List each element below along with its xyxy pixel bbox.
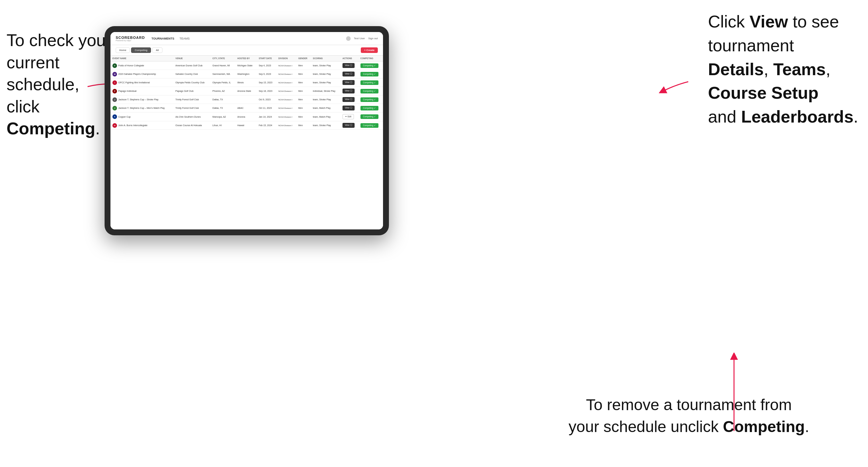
- scoring-cell: team, Stroke Play: [311, 79, 341, 87]
- actions-cell[interactable]: View ⓘ: [341, 87, 359, 95]
- competing-button[interactable]: Competing ✓: [361, 114, 378, 119]
- competing-button[interactable]: Competing ✓: [361, 89, 378, 93]
- division-cell: NCAA Division I: [277, 113, 297, 121]
- scoring-cell: individual, Stroke Play: [311, 87, 341, 95]
- event-name-cell: W 2023 Sahalee Players Championship: [111, 70, 174, 79]
- sign-out-link[interactable]: Sign out: [368, 37, 378, 40]
- competing-cell[interactable]: Competing ✓: [359, 79, 383, 87]
- team-logo: I: [113, 81, 117, 85]
- course-setup-bold: Course Setup: [708, 83, 818, 102]
- table-row: A Copper Cup Ak-Chin Southern DunesMaric…: [111, 113, 383, 121]
- view-button[interactable]: View ⓘ: [342, 105, 354, 111]
- view-button[interactable]: View ⓘ: [342, 80, 354, 85]
- view-button[interactable]: View ⓘ: [342, 89, 354, 93]
- competing-cell[interactable]: Competing ✓: [359, 104, 383, 113]
- competing-button[interactable]: Competing ✓: [361, 72, 378, 76]
- actions-cell[interactable]: View ⓘ: [341, 95, 359, 104]
- competing-button[interactable]: Competing ✓: [361, 97, 378, 102]
- col-venue: VENUE: [174, 56, 211, 61]
- view-button[interactable]: View ⓘ: [342, 71, 354, 76]
- tab-all[interactable]: All: [152, 48, 162, 53]
- competing-button[interactable]: Competing ✓: [361, 63, 378, 68]
- col-gender: GENDER: [297, 56, 311, 61]
- competing-cell[interactable]: Competing ✓: [359, 113, 383, 121]
- event-name-cell: H John A. Burns Intercollegiate: [111, 121, 174, 130]
- competing-cell[interactable]: Competing ✓: [359, 70, 383, 79]
- hosted-by-cell: Illinois: [235, 79, 256, 87]
- gender-cell: Men: [297, 104, 311, 113]
- user-avatar: [346, 36, 351, 41]
- sub-header: Home Competing All + Create: [111, 45, 383, 56]
- tab-home[interactable]: Home: [116, 48, 130, 53]
- scoring-cell: team, Match Play: [311, 104, 341, 113]
- event-name-cell: F Folds of Honor Collegiate: [111, 61, 174, 70]
- hosted-by-cell: Arizona: [235, 113, 256, 121]
- event-name-cell: A Copper Cup: [111, 113, 174, 121]
- gender-cell: Men: [297, 113, 311, 121]
- venue-cell: Sahalee Country Club: [174, 70, 211, 79]
- actions-cell[interactable]: View ⓘ: [341, 121, 359, 130]
- competing-cell[interactable]: Competing ✓: [359, 61, 383, 70]
- city-state-cell: Olympia Fields, IL: [211, 79, 235, 87]
- tablet-frame: SCOREBOARD Powered by clippi TOURNAMENTS…: [104, 26, 389, 235]
- actions-cell[interactable]: View ⓘ: [341, 79, 359, 87]
- view-button[interactable]: View ⓘ: [342, 63, 354, 68]
- gender-cell: Men: [297, 87, 311, 95]
- city-state-cell: Sammamish, WA: [211, 70, 235, 79]
- actions-cell[interactable]: View ⓘ: [341, 104, 359, 113]
- division-cell: NCAA Division I: [277, 79, 297, 87]
- gender-cell: Men: [297, 61, 311, 70]
- competing-button[interactable]: Competing ✓: [361, 123, 378, 128]
- competing-cell[interactable]: Competing ✓: [359, 87, 383, 95]
- nav-teams[interactable]: TEAMS: [179, 37, 190, 40]
- table-row: J Jackson T. Stephens Cup – Stroke Play …: [111, 95, 383, 104]
- table-row: P Papago Individual Papago Golf ClubPhoe…: [111, 87, 383, 95]
- scoreboard-logo: SCOREBOARD Powered by clippi: [116, 36, 145, 41]
- event-name: Jackson T. Stephens Cup – Stroke Play: [118, 98, 158, 101]
- tab-competing[interactable]: Competing: [131, 48, 151, 53]
- competing-button[interactable]: Competing ✓: [361, 81, 378, 85]
- view-button[interactable]: View ⓘ: [342, 123, 354, 128]
- event-name: John A. Burns Intercollegiate: [118, 124, 147, 126]
- city-state-cell: Lihue, HI: [211, 121, 235, 130]
- scoring-cell: team, Match Play: [311, 113, 341, 121]
- city-state-cell: Dallas, TX: [211, 104, 235, 113]
- col-start-date: START DATE: [257, 56, 277, 61]
- create-button[interactable]: + Create: [361, 48, 378, 53]
- hosted-by-cell: Washington: [235, 70, 256, 79]
- edit-button[interactable]: ✏ Edit: [342, 114, 354, 119]
- nav-tournaments[interactable]: TOURNAMENTS: [151, 37, 174, 40]
- venue-cell: Ocean Course At Hokuala: [174, 121, 211, 130]
- event-name-cell: J Jackson T. Stephens Cup – Men's Match …: [111, 104, 174, 113]
- team-logo: H: [113, 123, 117, 128]
- gender-cell: Men: [297, 121, 311, 130]
- competing-cell[interactable]: Competing ✓: [359, 121, 383, 130]
- hosted-by-cell: Arizona State: [235, 87, 256, 95]
- actions-cell[interactable]: View ⓘ: [341, 61, 359, 70]
- table-row: J Jackson T. Stephens Cup – Men's Match …: [111, 104, 383, 113]
- venue-cell: American Dunes Golf Club: [174, 61, 211, 70]
- col-city-state: CITY, STATE: [211, 56, 235, 61]
- annotation-top-right: Click View to see tournament Details, Te…: [708, 10, 858, 129]
- start-date-cell: Oct 9, 2023: [257, 95, 277, 104]
- annotation-bottom-right: To remove a tournament fromyour schedule…: [569, 394, 809, 438]
- division-cell: NCAA Division I: [277, 61, 297, 70]
- table-row: I OFCC Fighting Illini Invitational Olym…: [111, 79, 383, 87]
- division-cell: NCAA Division I: [277, 87, 297, 95]
- col-scoring: SCORING: [311, 56, 341, 61]
- view-button[interactable]: View ⓘ: [342, 97, 354, 102]
- start-date-cell: Sep 18, 2023: [257, 87, 277, 95]
- details-bold: Details: [708, 60, 764, 79]
- event-name: Copper Cup: [118, 116, 131, 118]
- table-row: W 2023 Sahalee Players Championship Saha…: [111, 70, 383, 79]
- team-logo: J: [113, 97, 117, 102]
- hosted-by-cell: ABAC: [235, 104, 256, 113]
- competing-button[interactable]: Competing ✓: [361, 106, 378, 111]
- competing-cell[interactable]: Competing ✓: [359, 95, 383, 104]
- actions-cell[interactable]: View ⓘ: [341, 70, 359, 79]
- event-name: Papago Individual: [118, 90, 136, 92]
- col-competing: COMPETING: [359, 56, 383, 61]
- city-state-cell: Dallas, TX: [211, 95, 235, 104]
- hosted-by-cell: Hawaii: [235, 121, 256, 130]
- actions-cell[interactable]: ✏ Edit: [341, 113, 359, 121]
